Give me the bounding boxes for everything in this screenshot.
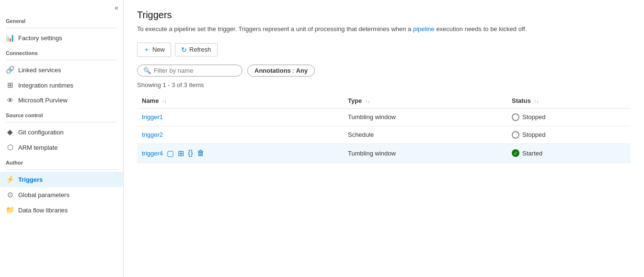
sidebar-divider bbox=[6, 28, 117, 28]
sidebar: « General📊Factory settingsConnections🔗Li… bbox=[0, 0, 124, 277]
col-header-type[interactable]: Type ↑↓ bbox=[343, 93, 507, 109]
row-actions-trigger4: ▢⊞{}🗑 bbox=[167, 149, 205, 158]
monitor-icon[interactable]: ⊞ bbox=[178, 149, 184, 158]
status-text-trigger4: Started bbox=[522, 150, 542, 157]
sidebar-divider bbox=[6, 169, 117, 170]
sidebar-section-label-connections: Connections bbox=[0, 45, 123, 58]
sidebar-item-git-configuration[interactable]: ◆Git configuration bbox=[0, 124, 123, 140]
integration-runtimes-icon: ⊞ bbox=[6, 81, 14, 89]
new-label: New bbox=[152, 46, 165, 53]
table-row[interactable]: trigger4▢⊞{}🗑Tumbling window✓Started bbox=[137, 144, 631, 163]
col-header-name[interactable]: Name ↑↓ bbox=[137, 93, 343, 109]
col-header-status[interactable]: Status ↑↓ bbox=[507, 93, 631, 109]
plus-icon: ＋ bbox=[143, 45, 150, 54]
arm-template-icon: ⬡ bbox=[6, 143, 14, 152]
items-count: Showing 1 - 3 of 3 items bbox=[137, 81, 631, 89]
refresh-icon: ↻ bbox=[181, 46, 187, 54]
sidebar-section-label-source-control: Source control bbox=[0, 108, 123, 120]
microsoft-purview-icon: 👁 bbox=[6, 96, 14, 104]
filter-input[interactable] bbox=[154, 67, 236, 74]
started-icon-trigger4: ✓ bbox=[512, 149, 519, 157]
sidebar-item-factory-settings[interactable]: 📊Factory settings bbox=[0, 30, 123, 45]
new-button[interactable]: ＋ New bbox=[137, 43, 171, 57]
annotations-value: Any bbox=[296, 67, 308, 74]
status-sort-icon[interactable]: ↑↓ bbox=[534, 99, 539, 104]
sidebar-divider bbox=[6, 60, 117, 60]
factory-settings-icon: 📊 bbox=[6, 33, 14, 42]
trigger-link-trigger4[interactable]: trigger4 bbox=[142, 150, 163, 157]
sidebar-item-linked-services[interactable]: 🔗Linked services bbox=[0, 62, 123, 78]
git-configuration-icon: ◆ bbox=[6, 128, 14, 136]
git-configuration-label: Git configuration bbox=[18, 129, 64, 136]
triggers-icon: ⚡ bbox=[6, 175, 14, 184]
page-title: Triggers bbox=[137, 10, 631, 21]
filter-row: 🔍 Annotations : Any bbox=[137, 65, 631, 77]
data-flow-libraries-label: Data flow libraries bbox=[18, 207, 68, 214]
type-sort-icon[interactable]: ↑↓ bbox=[365, 99, 370, 104]
sidebar-item-triggers[interactable]: ⚡Triggers bbox=[0, 172, 123, 187]
trigger-status-cell-trigger2: Stopped bbox=[507, 126, 631, 144]
stopped-icon-trigger2 bbox=[512, 131, 519, 139]
sidebar-section-label-general: General bbox=[0, 13, 123, 26]
sidebar-item-global-parameters[interactable]: ⊙Global parameters bbox=[0, 187, 123, 202]
collapse-button[interactable]: « bbox=[0, 0, 123, 13]
trigger-name-cell-trigger1: trigger1 bbox=[137, 108, 343, 126]
search-icon: 🔍 bbox=[143, 67, 151, 74]
toolbar: ＋ New ↻ Refresh bbox=[137, 43, 631, 57]
trigger-name-cell-trigger4: trigger4▢⊞{}🗑 bbox=[137, 144, 343, 163]
sidebar-item-arm-template[interactable]: ⬡ARM template bbox=[0, 140, 123, 155]
sidebar-item-data-flow-libraries[interactable]: 📁Data flow libraries bbox=[0, 202, 123, 218]
refresh-label: Refresh bbox=[189, 46, 211, 53]
trigger-status-cell-trigger1: Stopped bbox=[507, 108, 631, 126]
linked-services-label: Linked services bbox=[18, 66, 61, 74]
factory-settings-label: Factory settings bbox=[18, 34, 62, 42]
linked-services-icon: 🔗 bbox=[6, 66, 14, 74]
trigger-type-cell-trigger1: Tumbling window bbox=[343, 108, 507, 126]
sidebar-item-microsoft-purview[interactable]: 👁Microsoft Purview bbox=[0, 93, 123, 108]
arm-template-label: ARM template bbox=[18, 144, 58, 151]
sidebar-item-integration-runtimes[interactable]: ⊞Integration runtimes bbox=[0, 78, 123, 93]
name-sort-icon[interactable]: ↑↓ bbox=[162, 99, 167, 104]
delete-icon[interactable]: 🗑 bbox=[197, 149, 205, 157]
global-parameters-label: Global parameters bbox=[18, 191, 69, 199]
status-text-trigger1: Stopped bbox=[522, 113, 545, 121]
trigger-status-cell-trigger4: ✓Started bbox=[507, 144, 631, 163]
status-text-trigger2: Stopped bbox=[522, 131, 545, 138]
annotations-button[interactable]: Annotations : Any bbox=[247, 65, 315, 77]
run-icon[interactable]: ▢ bbox=[167, 149, 174, 158]
global-parameters-icon: ⊙ bbox=[6, 190, 14, 199]
data-flow-libraries-icon: 📁 bbox=[6, 206, 14, 214]
pipeline-highlight: pipeline bbox=[413, 25, 435, 33]
trigger-type-cell-trigger2: Schedule bbox=[343, 126, 507, 144]
trigger-link-trigger1[interactable]: trigger1 bbox=[142, 113, 163, 121]
trigger-type-cell-trigger4: Tumbling window bbox=[343, 144, 507, 163]
microsoft-purview-label: Microsoft Purview bbox=[18, 97, 68, 104]
main-content: Triggers To execute a pipeline set the t… bbox=[124, 0, 644, 277]
filter-input-wrap: 🔍 bbox=[137, 65, 242, 77]
code-icon[interactable]: {} bbox=[188, 149, 193, 157]
triggers-table: Name ↑↓ Type ↑↓ Status ↑↓ trigger1Tumbli… bbox=[137, 93, 631, 163]
refresh-button[interactable]: ↻ Refresh bbox=[175, 43, 218, 56]
triggers-label: Triggers bbox=[18, 176, 43, 183]
trigger-link-trigger2[interactable]: trigger2 bbox=[142, 131, 163, 138]
page-description: To execute a pipeline set the trigger. T… bbox=[137, 24, 631, 34]
stopped-icon-trigger1 bbox=[512, 113, 519, 121]
table-row[interactable]: trigger2ScheduleStopped bbox=[137, 126, 631, 144]
trigger-name-cell-trigger2: trigger2 bbox=[137, 126, 343, 144]
sidebar-section-label-author: Author bbox=[0, 155, 123, 167]
annotations-label: Annotations bbox=[254, 67, 291, 74]
table-row[interactable]: trigger1Tumbling windowStopped bbox=[137, 108, 631, 126]
integration-runtimes-label: Integration runtimes bbox=[18, 82, 73, 89]
sidebar-divider bbox=[6, 122, 117, 122]
